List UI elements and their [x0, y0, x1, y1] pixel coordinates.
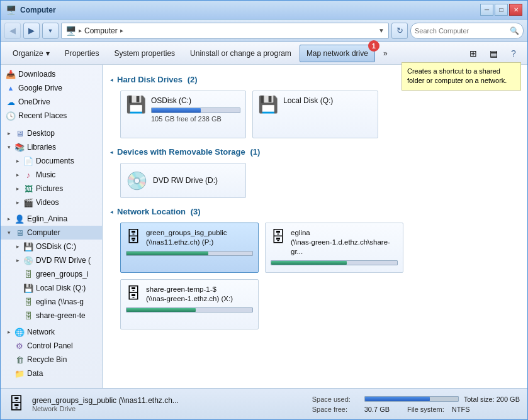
docs-expander: ▸: [14, 158, 21, 164]
search-bar[interactable]: 🔍: [410, 23, 524, 39]
pictures-icon: 🖼: [23, 184, 33, 194]
network-section-header: ◂ Network Location (3): [110, 207, 520, 216]
status-total-size-label: Total size:: [464, 395, 495, 403]
onedrive-icon: ☁: [6, 97, 16, 107]
dvd-icon: 💿: [23, 256, 33, 265]
network-title: Network Location (3): [117, 207, 201, 216]
close-button[interactable]: ✕: [509, 4, 522, 16]
sidebar-item-documents[interactable]: ▸ 📄 Documents: [1, 154, 102, 168]
recycle-bin-icon: 🗑: [14, 355, 25, 365]
green-groups-network-name: green_groups_isg_public (\\nas11.ethz.ch…: [146, 228, 227, 247]
share-green-icon: 🗄: [23, 311, 33, 321]
green-groups-network-item[interactable]: 🗄 green_groups_isg_public (\\nas11.ethz.…: [120, 223, 259, 273]
sidebar-item-green-groups[interactable]: 🗄 green_groups_i: [1, 267, 102, 281]
computer-expander: ▾: [6, 229, 12, 236]
sidebar-item-computer[interactable]: ▾ 🖥 Computer: [1, 226, 102, 240]
eglina-network-item[interactable]: 🗄 eglina (\\nas-green-1.d.ethz.ch\share-…: [265, 223, 403, 273]
removable-title: Devices with Removable Storage (1): [117, 147, 260, 157]
sidebar-item-label: Network: [27, 328, 55, 336]
osdisk-drive-item[interactable]: 💾 OSDisk (C:) 105 GB free of 238 GB: [120, 91, 246, 138]
sidebar-item-network[interactable]: ▸ 🌐 Network: [1, 325, 102, 339]
sidebar-item-pictures[interactable]: ▸ 🖼 Pictures: [1, 182, 102, 196]
refresh-button[interactable]: ↻: [391, 23, 408, 39]
main-content: 📥 Downloads ▲ Google Drive ☁ OneDrive 🕓 …: [1, 65, 527, 388]
green-groups-fill: [126, 251, 208, 255]
address-bar[interactable]: 🖥️ ▸ Computer ▸ ▼: [61, 23, 389, 39]
dvd-expander: ▸: [14, 257, 21, 263]
uninstall-button[interactable]: Uninstall or change a program: [183, 45, 298, 62]
sidebar-item-share-green[interactable]: 🗄 share-green-te: [1, 309, 102, 323]
dvd-drive-icon: 💿: [126, 170, 148, 191]
sidebar-item-data[interactable]: 📁 Data: [1, 367, 102, 380]
sidebar-item-google-drive[interactable]: ▲ Google Drive: [1, 81, 102, 95]
tooltip-text: Creates a shortcut to a shared folder or…: [407, 67, 507, 84]
sidebar-item-onedrive[interactable]: ☁ OneDrive: [1, 95, 102, 109]
network-section-expander[interactable]: ◂: [110, 209, 113, 215]
sidebar-item-label: Desktop: [27, 129, 55, 138]
sidebar-item-recycle-bin[interactable]: 🗑 Recycle Bin: [1, 353, 102, 367]
maximize-button[interactable]: □: [495, 4, 508, 16]
sidebar-item-music[interactable]: ▸ ♪ Music: [1, 168, 102, 182]
search-input[interactable]: [415, 27, 507, 35]
search-icon: 🔍: [510, 26, 519, 35]
local-disk-name: Local Disk (Q:): [283, 96, 373, 105]
osdisk-name: OSDisk (C:): [151, 96, 240, 105]
sidebar-item-eglin-anina[interactable]: ▸ 👤 Eglin_Anina: [1, 212, 102, 226]
status-drive-icon: 🗄: [8, 394, 25, 414]
hard-disk-drives: 💾 OSDisk (C:) 105 GB free of 238 GB 💾: [110, 91, 520, 138]
map-network-button[interactable]: Map network drive 1: [300, 45, 375, 62]
desktop-expander: ▸: [6, 130, 12, 136]
system-properties-button[interactable]: System properties: [107, 45, 182, 62]
sidebar-item-desktop[interactable]: ▸ 🖥 Desktop: [1, 126, 102, 140]
share-green-network-icon: 🗄: [126, 285, 141, 302]
eglina-nas-icon: 🗄: [23, 297, 33, 307]
removable-expander[interactable]: ◂: [110, 149, 113, 155]
sidebar-item-downloads[interactable]: 📥 Downloads: [1, 67, 102, 81]
address-dropdown-button[interactable]: ▼: [378, 27, 385, 34]
organize-button[interactable]: Organize ▾: [6, 45, 57, 62]
sidebar-item-label: Libraries: [27, 143, 56, 152]
properties-button[interactable]: Properties: [58, 45, 106, 62]
status-drive-type: Network Drive: [32, 405, 305, 412]
sidebar-item-label: Computer: [27, 228, 60, 237]
dvd-name: DVD RW Drive (D:): [153, 176, 218, 185]
status-details: Space used: Total size: 200 GB Space fre…: [312, 395, 520, 413]
share-green-network-item[interactable]: 🗄 share-green-temp-1-$ (\\nas-green-1.et…: [120, 279, 259, 329]
change-view-button[interactable]: ⊞: [464, 45, 482, 62]
local-disk-top: 💾 Local Disk (Q:): [258, 96, 373, 113]
address-path: Computer: [84, 26, 118, 35]
libraries-icon: 📚: [14, 143, 25, 152]
recent-button[interactable]: ▼: [42, 23, 59, 39]
osdisk-top: 💾 OSDisk (C:) 105 GB free of 238 GB: [126, 96, 240, 123]
minimize-button[interactable]: ─: [480, 4, 493, 16]
forward-button[interactable]: ▶: [23, 23, 40, 39]
title-bar-left: 🖥️ Computer: [6, 5, 56, 15]
sidebar-item-recent-places[interactable]: 🕓 Recent Places: [1, 109, 102, 123]
back-button[interactable]: ◀: [4, 23, 21, 39]
sidebar-item-local-disk[interactable]: 💾 Local Disk (Q:): [1, 281, 102, 295]
eglin-icon: 👤: [14, 214, 25, 224]
local-disk-drive-item[interactable]: 💾 Local Disk (Q:): [252, 91, 378, 138]
hard-disk-title: Hard Disk Drives (2): [117, 75, 198, 84]
eglin-expander: ▸: [6, 216, 12, 222]
sidebar-item-dvd-rw[interactable]: ▸ 💿 DVD RW Drive (: [1, 253, 102, 267]
sidebar-item-label: share-green-te: [36, 311, 86, 320]
music-expander: ▸: [14, 172, 21, 178]
hard-disk-expander[interactable]: ◂: [110, 77, 113, 83]
dvd-drive-item[interactable]: 💿 DVD RW Drive (D:): [120, 163, 246, 198]
sidebar-item-control-panel[interactable]: ⚙ Control Panel: [1, 339, 102, 353]
sidebar-item-osdisk[interactable]: ▸ 💾 OSDisk (C:): [1, 240, 102, 253]
sidebar-item-eglina-nas[interactable]: 🗄 eglina (\\nas-g: [1, 295, 102, 309]
status-free-row: Space free: 30.7 GB File system: NTFS: [312, 406, 520, 413]
preview-pane-button[interactable]: ▤: [485, 45, 502, 62]
share-green-network-info: share-green-temp-1-$ (\\nas-green-1.ethz…: [146, 285, 233, 304]
help-button[interactable]: ?: [505, 45, 522, 62]
sidebar-item-videos[interactable]: ▸ 🎬 Videos: [1, 196, 102, 209]
share-green-progress: [126, 307, 253, 312]
sidebar-item-libraries[interactable]: ▾ 📚 Libraries: [1, 140, 102, 154]
sidebar-item-label: OneDrive: [18, 97, 50, 106]
local-disk-icon: 💾: [23, 284, 33, 293]
osdisk-expander: ▸: [14, 243, 21, 250]
tooltip-box: Creates a shortcut to a shared folder or…: [402, 62, 521, 91]
status-drive-name: green_groups_isg_public (\\nas11.ethz.ch…: [32, 396, 305, 405]
